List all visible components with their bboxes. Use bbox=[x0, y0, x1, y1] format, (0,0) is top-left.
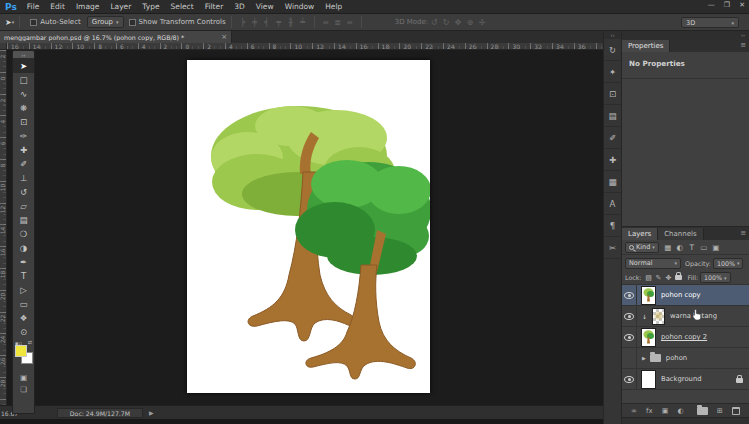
gradient-tool[interactable]: ▤ bbox=[13, 213, 34, 227]
history-panel-icon[interactable]: ↻ bbox=[604, 39, 621, 61]
menu-view[interactable]: View bbox=[256, 2, 274, 11]
layer-thumbnail[interactable] bbox=[641, 286, 656, 305]
status-options-arrow-icon[interactable]: ▶ bbox=[149, 409, 154, 416]
quick-selection-tool[interactable]: ❋ bbox=[13, 101, 34, 115]
align-right-icon[interactable]: ╡ bbox=[261, 18, 273, 27]
layer-name[interactable]: Background bbox=[661, 375, 702, 383]
filter-pixel-layers-icon[interactable]: ▦ bbox=[662, 243, 674, 252]
layer-name[interactable]: pohon bbox=[666, 354, 687, 362]
type-tool[interactable]: T bbox=[13, 269, 34, 283]
align-center-h-icon[interactable]: ╪ bbox=[249, 18, 261, 27]
menu-3d[interactable]: 3D bbox=[234, 2, 245, 11]
layer-thumbnail[interactable] bbox=[641, 370, 656, 389]
workspace-dropdown[interactable]: 3D▾ bbox=[681, 17, 739, 28]
layer-thumbnail[interactable] bbox=[641, 328, 656, 347]
quick-mask-button[interactable]: ▣ bbox=[13, 371, 34, 383]
clone-source-panel-icon[interactable]: ⊡ bbox=[604, 83, 621, 105]
visibility-toggle[interactable] bbox=[622, 369, 637, 389]
blend-mode-dropdown[interactable]: Normal▾ bbox=[625, 258, 681, 269]
tool-presets-panel-icon[interactable]: ✚ bbox=[604, 149, 621, 171]
restore-button[interactable]: ❐ bbox=[724, 1, 730, 9]
align-bottom-icon[interactable]: ╧ bbox=[297, 18, 309, 27]
menu-filter[interactable]: Filter bbox=[205, 2, 224, 11]
menu-edit[interactable]: Edit bbox=[50, 2, 65, 11]
filter-smart-objects-icon[interactable]: ▣ bbox=[710, 243, 722, 252]
history-brush-tool[interactable]: ↺ bbox=[13, 185, 34, 199]
layer-thumbnail[interactable] bbox=[652, 308, 665, 325]
layer-row-pohon[interactable]: ▶pohon bbox=[622, 348, 749, 369]
current-tool-icon[interactable]: ➤▾ bbox=[5, 18, 14, 27]
auto-select-checkbox[interactable] bbox=[30, 19, 37, 26]
layer-name[interactable]: pohon copy bbox=[661, 291, 701, 299]
menu-help[interactable]: Help bbox=[325, 2, 342, 11]
move-tool[interactable]: ➤ bbox=[13, 59, 34, 73]
lasso-tool[interactable]: ∿ bbox=[13, 87, 34, 101]
eyedropper-tool[interactable]: ✑ bbox=[13, 129, 34, 143]
layer-row-pohon-copy[interactable]: pohon copy bbox=[622, 285, 749, 306]
screen-mode-button[interactable]: ❏ bbox=[13, 383, 34, 395]
3d-scale-icon[interactable]: ✢ bbox=[476, 18, 488, 27]
new-layer-icon[interactable]: ⊞ bbox=[717, 407, 723, 415]
shape-tool[interactable]: ▭ bbox=[13, 297, 34, 311]
layer-row-pohon-copy-2[interactable]: pohon copy 2 bbox=[622, 327, 749, 348]
dodge-tool[interactable]: ◑ bbox=[13, 241, 34, 255]
filter-kind-dropdown[interactable]: Kind▾ bbox=[625, 242, 659, 253]
tools-panel-header[interactable]: ›› bbox=[13, 51, 34, 59]
clone-stamp-tool[interactable]: ⊥ bbox=[13, 171, 34, 185]
menu-window[interactable]: Window bbox=[285, 2, 315, 11]
visibility-toggle[interactable] bbox=[622, 348, 637, 368]
dock-collapse-button[interactable]: ›› bbox=[622, 31, 749, 39]
filter-adjustment-layers-icon[interactable]: ◐ bbox=[674, 243, 686, 252]
menu-select[interactable]: Select bbox=[171, 2, 194, 11]
properties-panel-menu-icon[interactable]: ≡ bbox=[740, 41, 746, 49]
align-middle-v-icon[interactable]: ╫ bbox=[285, 18, 297, 27]
3d-slide-icon[interactable]: ⊕ bbox=[464, 18, 476, 27]
delete-layer-icon[interactable] bbox=[732, 407, 740, 415]
layer-row-background[interactable]: Background bbox=[622, 369, 749, 390]
layer-styles-icon[interactable]: fx bbox=[646, 407, 653, 415]
filter-shape-layers-icon[interactable]: ▭ bbox=[698, 243, 710, 252]
eraser-tool[interactable]: ▱ bbox=[13, 199, 34, 213]
lock-all-icon[interactable] bbox=[673, 274, 683, 282]
swap-colors-icon[interactable]: ⇄ bbox=[28, 339, 32, 345]
3d-roll-icon[interactable]: ↻ bbox=[440, 18, 452, 27]
crop-tool[interactable]: ⊡ bbox=[13, 115, 34, 129]
visibility-toggle[interactable] bbox=[622, 285, 637, 305]
fill-value-dropdown[interactable]: 100%▾ bbox=[700, 272, 731, 283]
tab-properties[interactable]: Properties bbox=[622, 40, 670, 52]
strip-collapse-button[interactable]: ‹‹ bbox=[604, 31, 621, 39]
pen-tool[interactable]: ✒ bbox=[13, 255, 34, 269]
tab-close-icon[interactable]: × bbox=[221, 33, 227, 41]
character-panel-icon[interactable]: A bbox=[604, 193, 621, 215]
menu-type[interactable]: Type bbox=[142, 2, 159, 11]
link-layers-icon[interactable]: ∞ bbox=[631, 407, 637, 415]
close-button[interactable]: ✕ bbox=[739, 1, 745, 9]
tab-channels[interactable]: Channels bbox=[658, 228, 703, 240]
healing-brush-tool[interactable]: ✚ bbox=[13, 143, 34, 157]
rectangular-marquee-tool[interactable]: □ bbox=[13, 73, 34, 87]
paragraph-panel-icon[interactable]: ¶ bbox=[604, 215, 621, 237]
swatches-panel-icon[interactable]: ▤ bbox=[604, 105, 621, 127]
align-left-icon[interactable]: ╞ bbox=[237, 18, 249, 27]
minimize-button[interactable]: — bbox=[708, 1, 715, 9]
notes-panel-icon[interactable]: ✂ bbox=[604, 237, 621, 259]
zoom-tool[interactable]: ⊙ bbox=[13, 325, 34, 339]
3d-rotate-icon[interactable]: ↺ bbox=[428, 18, 440, 27]
blur-tool[interactable]: ❍ bbox=[13, 227, 34, 241]
menu-image[interactable]: Image bbox=[76, 2, 100, 11]
align-top-icon[interactable]: ╤ bbox=[273, 18, 285, 27]
lock-transparency-icon[interactable]: ▨ bbox=[643, 274, 653, 282]
layer-name[interactable]: pohon copy 2 bbox=[661, 333, 707, 341]
layers-panel-menu-icon[interactable]: ≡ bbox=[740, 229, 746, 237]
styles-panel-icon[interactable]: ✦ bbox=[604, 61, 621, 83]
canvas[interactable] bbox=[187, 60, 430, 393]
lock-position-icon[interactable]: ✥ bbox=[663, 274, 673, 282]
brush-tool[interactable]: ✐ bbox=[13, 157, 34, 171]
3d-drag-icon[interactable]: ✥ bbox=[452, 18, 464, 27]
brush-presets-panel-icon[interactable]: ✐ bbox=[604, 127, 621, 149]
opacity-value-dropdown[interactable]: 100%▾ bbox=[713, 258, 744, 269]
group-expand-triangle-icon[interactable]: ▶ bbox=[642, 355, 646, 361]
show-transform-controls-checkbox[interactable] bbox=[129, 19, 136, 26]
hand-tool[interactable]: ❖ bbox=[13, 311, 34, 325]
layer-comps-panel-icon[interactable]: ▦ bbox=[604, 171, 621, 193]
